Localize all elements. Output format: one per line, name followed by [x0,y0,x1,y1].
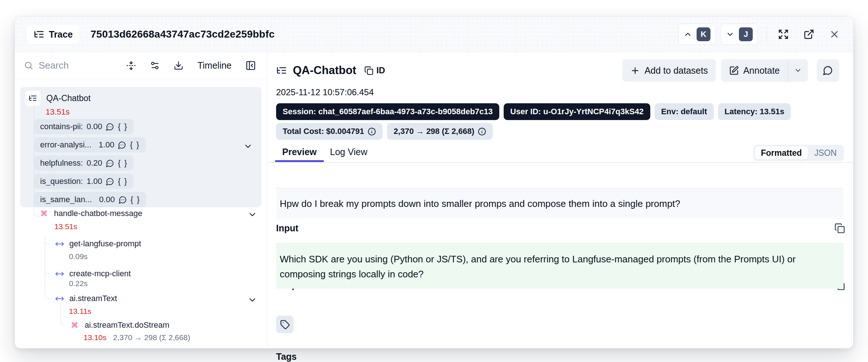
expand-icon [778,29,789,40]
tab-preview[interactable]: Preview [275,142,324,162]
copy-icon [364,66,373,75]
input-content: Hpw do I break my prompts down into smal… [276,188,844,219]
search-icon [24,61,34,70]
download-icon[interactable] [174,61,183,70]
panel-collapse-icon[interactable] [245,60,256,71]
message-bubble-icon [823,65,833,76]
score-braces: { } [118,122,128,131]
external-link-icon [803,29,814,40]
score-badge-is-same-language[interactable]: is_same_lan...0.00 { } [34,192,146,207]
tree-node-ai-streamtext[interactable]: ai.streamText [55,294,117,303]
score-badge-error-analysis[interactable]: error-analysi...1.00 { } [34,137,146,153]
trace-id: 75013d62668a43747ac73cd2e259bbfc [90,28,275,40]
copy-id-button[interactable]: ID [364,65,385,76]
annotate-split-button: Annotate [721,59,808,82]
fold-vertical-icon[interactable] [126,61,136,70]
node-duration: 13.51s [54,222,77,231]
score-badge-list: contains-pii: 0.00 { } error-analysi...1… [34,119,256,207]
move-horizontal-icon [55,239,64,249]
message-bubble-dots-icon [106,177,114,186]
tab-log-view[interactable]: Log View [327,142,371,162]
score-value: 1.00 [99,140,115,150]
input-heading: Input [276,223,298,234]
token-usage-pill: 2,370 → 298 (Σ 2,668) [387,123,493,140]
score-value: 0.00 [99,195,115,204]
message-bubble-dots-icon [119,196,127,204]
tag-icon [280,320,290,330]
collapse-node-chevron-icon[interactable] [248,210,257,219]
timeline-toggle[interactable]: Timeline [197,60,232,71]
root-node-label: QA-Chatbot [46,93,90,103]
info-icon[interactable] [478,127,486,136]
node-duration: 13.11s [69,307,92,316]
score-badge-helpfulness[interactable]: helpfulness: 0.20 { } [34,155,133,171]
trace-chip-label: Trace [49,29,73,40]
tree-connector [45,237,45,284]
tree-toolbar: Timeline [15,52,267,79]
comments-button[interactable] [817,59,839,82]
dialog-header-actions: K J [678,24,842,45]
score-badge-contains-pii[interactable]: contains-pii: 0.00 { } [34,119,133,134]
score-badge-is-question[interactable]: is_question: 1.00 { } [34,174,133,189]
node-duration-row: 13.10s 2,370 → 298 (Σ 2,668) [84,333,190,342]
format-option-formatted[interactable]: Formatted [755,146,807,159]
close-icon [829,29,840,40]
copy-icon[interactable] [834,223,845,234]
info-icon[interactable] [368,127,376,136]
move-horizontal-icon [55,294,64,303]
active-tab-underline [275,160,324,162]
previous-trace-button[interactable]: K [678,24,716,45]
page-title: QA-Chatbot [293,64,356,77]
expand-button[interactable] [776,27,791,42]
detail-tabs: Preview Log View Formatted JSON [267,142,853,163]
trace-detail-panel: QA-Chatbot ID Add to datasets [267,52,853,348]
page: Trace 75013d62668a43747ac73cd2e259bbfc K… [0,0,868,362]
span-clover-icon [39,208,49,218]
score-braces: { } [130,140,140,150]
span-clover-icon [70,320,80,330]
user-id-pill[interactable]: User ID: u-O1rJy-YrtNCP4i7q3kS42 [504,103,650,120]
node-label: create-mcp-client [69,269,131,278]
input-section-header: Input [276,223,845,234]
id-label: ID [376,65,385,76]
tree-node-root-selected[interactable]: QA-Chatbot 13.51s contains-pii: 0.00 { }… [20,87,261,207]
close-button[interactable] [827,27,842,42]
message-bubble-dots-icon [118,141,126,149]
list-tree-icon [28,94,37,103]
tree-node-get-langfuse-prompt[interactable]: get-langfuse-prompt [55,239,141,249]
scrollbar-track[interactable] [852,163,852,344]
sliders-icon[interactable] [150,61,160,70]
collapse-node-chevron-icon[interactable] [248,295,257,305]
tree-connector [45,243,50,244]
annotate-label: Annotate [743,65,780,76]
list-tree-icon [34,29,44,40]
score-value: 0.20 [86,158,102,168]
shortcut-key-k: K [697,27,710,41]
tree-node-handle-chatbot-message[interactable]: handle-chatbot-message [39,208,142,218]
next-trace-button[interactable]: J [721,24,758,45]
open-in-new-tab-button[interactable] [801,27,817,42]
format-option-json[interactable]: JSON [809,146,842,159]
add-to-datasets-label: Add to datasets [644,65,708,76]
root-node-row: QA-Chatbot [25,90,256,106]
session-pill[interactable]: Session: chat_60587aef-6baa-4973-a73c-b9… [276,103,499,120]
annotate-button[interactable]: Annotate [721,59,788,82]
add-to-datasets-button[interactable]: Add to datasets [622,59,716,82]
trace-tree-panel: Timeline QA-Chatbot 13.51s [15,52,267,348]
trace-peek-dialog: Trace 75013d62668a43747ac73cd2e259bbfc K… [15,16,853,348]
score-value: 0.00 [86,122,102,131]
node-duration: 13.10s [84,333,106,342]
search-input[interactable] [39,60,112,71]
annotate-dropdown-button[interactable] [788,59,808,82]
shortcut-key-j: J [739,27,753,41]
score-value: 1.00 [86,177,102,186]
score-braces: { } [118,177,128,186]
node-label: ai.streamText.doStream [85,320,169,330]
chevron-down-icon [726,30,735,39]
tree-toolbar-icons: Timeline [126,60,256,71]
add-tag-button[interactable] [276,316,294,333]
total-cost-pill: Total Cost: $0.004791 [276,123,383,140]
tree-node-ai-streamtext-dostream[interactable]: ai.streamText.doStream [70,320,169,330]
tree-node-create-mcp-client[interactable]: create-mcp-client [55,269,131,278]
tags-heading: Tags [276,351,297,362]
